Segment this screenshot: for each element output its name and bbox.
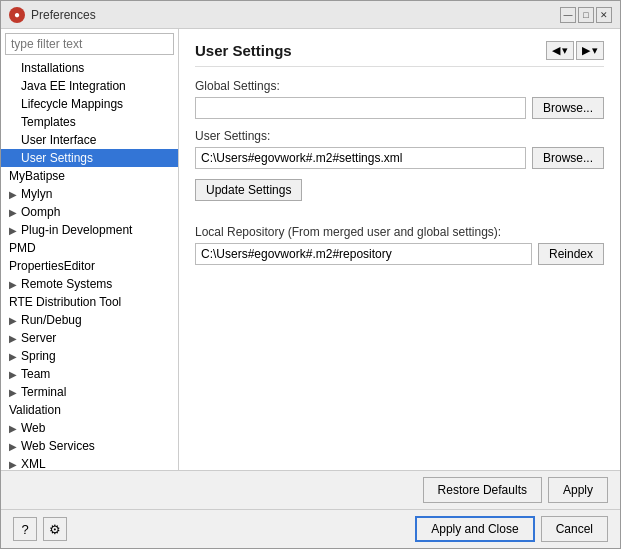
right-panel: User Settings ◀ ▾ ▶ ▾ Global Settings: [179, 29, 620, 470]
panel-title: User Settings [195, 42, 292, 59]
update-settings-row: Update Settings [195, 179, 604, 201]
app-icon: ● [9, 7, 25, 23]
bottom-panel: Restore Defaults Apply ? ⚙ Apply and Clo… [1, 470, 620, 548]
main-content: Installations Java EE Integration Lifecy… [1, 29, 620, 470]
window-title: Preferences [31, 8, 96, 22]
reindex-button[interactable]: Reindex [538, 243, 604, 265]
global-settings-input[interactable] [195, 97, 526, 119]
user-settings-section: User Settings: Browse... [195, 129, 604, 179]
sidebar-item-remote-systems[interactable]: ▶Remote Systems [1, 275, 178, 293]
user-browse-button[interactable]: Browse... [532, 147, 604, 169]
global-settings-row: Browse... [195, 97, 604, 119]
global-settings-label: Global Settings: [195, 79, 604, 93]
sidebar-item-user-interface[interactable]: User Interface [1, 131, 178, 149]
sidebar-item-rte-distribution-tool[interactable]: RTE Distribution Tool [1, 293, 178, 311]
sidebar-item-pmd[interactable]: PMD [1, 239, 178, 257]
sidebar-item-lifecycle-mappings[interactable]: Lifecycle Mappings [1, 95, 178, 113]
global-settings-section: Global Settings: Browse... [195, 79, 604, 129]
sidebar-item-web[interactable]: ▶Web [1, 419, 178, 437]
apply-and-close-button[interactable]: Apply and Close [415, 516, 534, 542]
sidebar-item-plugin-development[interactable]: ▶Plug-in Development [1, 221, 178, 239]
sidebar-item-installations[interactable]: Installations [1, 59, 178, 77]
cancel-button[interactable]: Cancel [541, 516, 608, 542]
user-settings-label: User Settings: [195, 129, 604, 143]
update-settings-button[interactable]: Update Settings [195, 179, 302, 201]
title-bar-left: ● Preferences [9, 7, 96, 23]
close-button[interactable]: ✕ [596, 7, 612, 23]
restore-defaults-button[interactable]: Restore Defaults [423, 477, 542, 503]
sidebar-tree: Installations Java EE Integration Lifecy… [1, 59, 178, 470]
title-bar: ● Preferences — □ ✕ [1, 1, 620, 29]
sidebar-item-team[interactable]: ▶Team [1, 365, 178, 383]
bottom-buttons-top: Restore Defaults Apply [1, 471, 620, 509]
minimize-button[interactable]: — [560, 7, 576, 23]
preferences-window: ● Preferences — □ ✕ Installations Java E… [0, 0, 621, 549]
sidebar-item-web-services[interactable]: ▶Web Services [1, 437, 178, 455]
sidebar-item-properties-editor[interactable]: PropertiesEditor [1, 257, 178, 275]
global-browse-button[interactable]: Browse... [532, 97, 604, 119]
sidebar-item-xml[interactable]: ▶XML [1, 455, 178, 470]
sidebar-item-templates[interactable]: Templates [1, 113, 178, 131]
local-repo-section: Local Repository (From merged user and g… [195, 225, 604, 275]
sidebar-item-java-ee-integration[interactable]: Java EE Integration [1, 77, 178, 95]
gear-icon: ⚙ [49, 522, 61, 537]
user-settings-row: Browse... [195, 147, 604, 169]
nav-controls: ◀ ▾ ▶ ▾ [546, 41, 604, 60]
back-button[interactable]: ◀ ▾ [546, 41, 574, 60]
back-dropdown-icon: ▾ [562, 44, 568, 57]
forward-button[interactable]: ▶ ▾ [576, 41, 604, 60]
maximize-button[interactable]: □ [578, 7, 594, 23]
bottom-buttons-bottom: ? ⚙ Apply and Close Cancel [1, 509, 620, 548]
sidebar-item-oomph[interactable]: ▶Oomph [1, 203, 178, 221]
title-bar-controls: — □ ✕ [560, 7, 612, 23]
sidebar-item-run-debug[interactable]: ▶Run/Debug [1, 311, 178, 329]
local-repo-label: Local Repository (From merged user and g… [195, 225, 604, 239]
sidebar-item-user-settings[interactable]: User Settings [1, 149, 178, 167]
sidebar-item-mylyn[interactable]: ▶Mylyn [1, 185, 178, 203]
user-settings-input[interactable] [195, 147, 526, 169]
sidebar: Installations Java EE Integration Lifecy… [1, 29, 179, 470]
bottom-left-buttons: ? ⚙ [13, 517, 67, 541]
apply-button[interactable]: Apply [548, 477, 608, 503]
local-repo-row: Reindex [195, 243, 604, 265]
sidebar-item-server[interactable]: ▶Server [1, 329, 178, 347]
sidebar-item-spring[interactable]: ▶Spring [1, 347, 178, 365]
local-repo-input[interactable] [195, 243, 532, 265]
help-icon: ? [21, 522, 28, 537]
sidebar-item-terminal[interactable]: ▶Terminal [1, 383, 178, 401]
sidebar-item-validation[interactable]: Validation [1, 401, 178, 419]
back-arrow-icon: ◀ [552, 44, 560, 57]
sidebar-item-mybatipse[interactable]: MyBatipse [1, 167, 178, 185]
help-button[interactable]: ? [13, 517, 37, 541]
settings-icon-button[interactable]: ⚙ [43, 517, 67, 541]
panel-header: User Settings ◀ ▾ ▶ ▾ [195, 41, 604, 67]
forward-dropdown-icon: ▾ [592, 44, 598, 57]
filter-input[interactable] [5, 33, 174, 55]
forward-arrow-icon: ▶ [582, 44, 590, 57]
